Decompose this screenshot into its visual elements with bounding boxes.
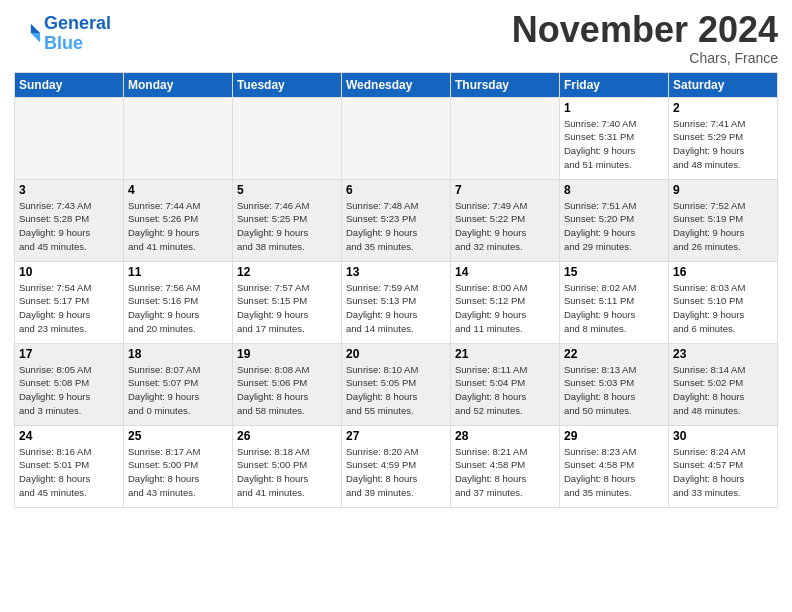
day-info: Sunrise: 8:21 AM Sunset: 4:58 PM Dayligh…	[455, 445, 555, 500]
day-number: 29	[564, 429, 664, 443]
day-number: 20	[346, 347, 446, 361]
logo: General Blue	[14, 14, 111, 54]
day-info: Sunrise: 7:54 AM Sunset: 5:17 PM Dayligh…	[19, 281, 119, 336]
day-number: 19	[237, 347, 337, 361]
day-number: 22	[564, 347, 664, 361]
svg-marker-0	[31, 24, 40, 33]
logo-text: General Blue	[44, 14, 111, 54]
day-number: 3	[19, 183, 119, 197]
day-cell: 11Sunrise: 7:56 AM Sunset: 5:16 PM Dayli…	[124, 261, 233, 343]
location: Chars, France	[512, 50, 778, 66]
day-cell: 24Sunrise: 8:16 AM Sunset: 5:01 PM Dayli…	[15, 425, 124, 507]
day-info: Sunrise: 7:46 AM Sunset: 5:25 PM Dayligh…	[237, 199, 337, 254]
day-info: Sunrise: 7:49 AM Sunset: 5:22 PM Dayligh…	[455, 199, 555, 254]
day-cell: 8Sunrise: 7:51 AM Sunset: 5:20 PM Daylig…	[560, 179, 669, 261]
day-number: 24	[19, 429, 119, 443]
day-info: Sunrise: 8:24 AM Sunset: 4:57 PM Dayligh…	[673, 445, 773, 500]
week-row-1: 1Sunrise: 7:40 AM Sunset: 5:31 PM Daylig…	[15, 97, 778, 179]
col-header-monday: Monday	[124, 72, 233, 97]
day-cell: 10Sunrise: 7:54 AM Sunset: 5:17 PM Dayli…	[15, 261, 124, 343]
day-info: Sunrise: 7:52 AM Sunset: 5:19 PM Dayligh…	[673, 199, 773, 254]
day-cell: 30Sunrise: 8:24 AM Sunset: 4:57 PM Dayli…	[669, 425, 778, 507]
day-number: 6	[346, 183, 446, 197]
day-info: Sunrise: 7:44 AM Sunset: 5:26 PM Dayligh…	[128, 199, 228, 254]
svg-marker-1	[31, 33, 40, 42]
day-info: Sunrise: 7:57 AM Sunset: 5:15 PM Dayligh…	[237, 281, 337, 336]
week-row-2: 3Sunrise: 7:43 AM Sunset: 5:28 PM Daylig…	[15, 179, 778, 261]
day-number: 14	[455, 265, 555, 279]
day-number: 8	[564, 183, 664, 197]
day-info: Sunrise: 7:40 AM Sunset: 5:31 PM Dayligh…	[564, 117, 664, 172]
day-info: Sunrise: 8:03 AM Sunset: 5:10 PM Dayligh…	[673, 281, 773, 336]
day-cell: 18Sunrise: 8:07 AM Sunset: 5:07 PM Dayli…	[124, 343, 233, 425]
day-number: 23	[673, 347, 773, 361]
day-cell: 6Sunrise: 7:48 AM Sunset: 5:23 PM Daylig…	[342, 179, 451, 261]
header-row: SundayMondayTuesdayWednesdayThursdayFrid…	[15, 72, 778, 97]
day-number: 27	[346, 429, 446, 443]
day-info: Sunrise: 7:43 AM Sunset: 5:28 PM Dayligh…	[19, 199, 119, 254]
day-cell: 9Sunrise: 7:52 AM Sunset: 5:19 PM Daylig…	[669, 179, 778, 261]
page: General Blue November 2024 Chars, France…	[0, 0, 792, 612]
day-number: 15	[564, 265, 664, 279]
day-cell: 14Sunrise: 8:00 AM Sunset: 5:12 PM Dayli…	[451, 261, 560, 343]
day-number: 16	[673, 265, 773, 279]
day-number: 12	[237, 265, 337, 279]
day-cell: 28Sunrise: 8:21 AM Sunset: 4:58 PM Dayli…	[451, 425, 560, 507]
day-cell	[342, 97, 451, 179]
calendar: SundayMondayTuesdayWednesdayThursdayFrid…	[14, 72, 778, 508]
day-cell: 4Sunrise: 7:44 AM Sunset: 5:26 PM Daylig…	[124, 179, 233, 261]
day-info: Sunrise: 7:56 AM Sunset: 5:16 PM Dayligh…	[128, 281, 228, 336]
week-row-3: 10Sunrise: 7:54 AM Sunset: 5:17 PM Dayli…	[15, 261, 778, 343]
day-cell: 7Sunrise: 7:49 AM Sunset: 5:22 PM Daylig…	[451, 179, 560, 261]
day-number: 7	[455, 183, 555, 197]
day-info: Sunrise: 8:14 AM Sunset: 5:02 PM Dayligh…	[673, 363, 773, 418]
day-cell: 3Sunrise: 7:43 AM Sunset: 5:28 PM Daylig…	[15, 179, 124, 261]
day-info: Sunrise: 8:00 AM Sunset: 5:12 PM Dayligh…	[455, 281, 555, 336]
col-header-sunday: Sunday	[15, 72, 124, 97]
day-number: 28	[455, 429, 555, 443]
day-info: Sunrise: 8:07 AM Sunset: 5:07 PM Dayligh…	[128, 363, 228, 418]
month-title: November 2024	[512, 10, 778, 50]
day-number: 26	[237, 429, 337, 443]
day-cell: 22Sunrise: 8:13 AM Sunset: 5:03 PM Dayli…	[560, 343, 669, 425]
day-info: Sunrise: 7:48 AM Sunset: 5:23 PM Dayligh…	[346, 199, 446, 254]
col-header-wednesday: Wednesday	[342, 72, 451, 97]
day-info: Sunrise: 8:08 AM Sunset: 5:06 PM Dayligh…	[237, 363, 337, 418]
col-header-friday: Friday	[560, 72, 669, 97]
col-header-tuesday: Tuesday	[233, 72, 342, 97]
day-cell: 16Sunrise: 8:03 AM Sunset: 5:10 PM Dayli…	[669, 261, 778, 343]
day-cell: 1Sunrise: 7:40 AM Sunset: 5:31 PM Daylig…	[560, 97, 669, 179]
day-number: 5	[237, 183, 337, 197]
day-number: 2	[673, 101, 773, 115]
day-cell	[124, 97, 233, 179]
day-info: Sunrise: 8:23 AM Sunset: 4:58 PM Dayligh…	[564, 445, 664, 500]
day-info: Sunrise: 7:51 AM Sunset: 5:20 PM Dayligh…	[564, 199, 664, 254]
day-cell: 13Sunrise: 7:59 AM Sunset: 5:13 PM Dayli…	[342, 261, 451, 343]
day-number: 21	[455, 347, 555, 361]
day-number: 10	[19, 265, 119, 279]
day-info: Sunrise: 8:11 AM Sunset: 5:04 PM Dayligh…	[455, 363, 555, 418]
day-number: 25	[128, 429, 228, 443]
title-area: November 2024 Chars, France	[512, 10, 778, 66]
day-info: Sunrise: 7:59 AM Sunset: 5:13 PM Dayligh…	[346, 281, 446, 336]
day-cell: 21Sunrise: 8:11 AM Sunset: 5:04 PM Dayli…	[451, 343, 560, 425]
day-cell: 12Sunrise: 7:57 AM Sunset: 5:15 PM Dayli…	[233, 261, 342, 343]
day-info: Sunrise: 8:10 AM Sunset: 5:05 PM Dayligh…	[346, 363, 446, 418]
day-number: 18	[128, 347, 228, 361]
day-number: 4	[128, 183, 228, 197]
day-info: Sunrise: 8:02 AM Sunset: 5:11 PM Dayligh…	[564, 281, 664, 336]
day-info: Sunrise: 8:05 AM Sunset: 5:08 PM Dayligh…	[19, 363, 119, 418]
day-cell: 26Sunrise: 8:18 AM Sunset: 5:00 PM Dayli…	[233, 425, 342, 507]
day-number: 9	[673, 183, 773, 197]
day-info: Sunrise: 8:17 AM Sunset: 5:00 PM Dayligh…	[128, 445, 228, 500]
day-cell: 27Sunrise: 8:20 AM Sunset: 4:59 PM Dayli…	[342, 425, 451, 507]
col-header-thursday: Thursday	[451, 72, 560, 97]
day-cell: 5Sunrise: 7:46 AM Sunset: 5:25 PM Daylig…	[233, 179, 342, 261]
day-cell: 17Sunrise: 8:05 AM Sunset: 5:08 PM Dayli…	[15, 343, 124, 425]
day-info: Sunrise: 7:41 AM Sunset: 5:29 PM Dayligh…	[673, 117, 773, 172]
day-number: 30	[673, 429, 773, 443]
day-cell: 29Sunrise: 8:23 AM Sunset: 4:58 PM Dayli…	[560, 425, 669, 507]
day-number: 13	[346, 265, 446, 279]
day-cell	[451, 97, 560, 179]
day-cell: 19Sunrise: 8:08 AM Sunset: 5:06 PM Dayli…	[233, 343, 342, 425]
